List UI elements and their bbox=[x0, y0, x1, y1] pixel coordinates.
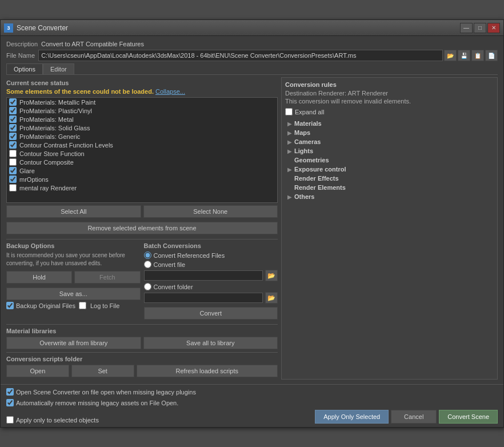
tab-editor[interactable]: Editor bbox=[43, 63, 74, 74]
convert-folder-input[interactable] bbox=[144, 293, 263, 303]
minimize-button[interactable]: — bbox=[460, 23, 473, 33]
list-item[interactable]: Glare bbox=[7, 166, 277, 175]
title-bar: 3 Scene Converter — □ ✕ bbox=[1, 20, 503, 36]
overwrite-all-button[interactable]: Overwrite all from library bbox=[6, 337, 141, 349]
folder-open-icon[interactable]: 📂 bbox=[444, 50, 457, 61]
tab-options[interactable]: Options bbox=[6, 63, 43, 74]
tree-item-materials[interactable]: ▶ Materials bbox=[285, 119, 494, 128]
tree-item-exposure[interactable]: ▶ Exposure control bbox=[285, 165, 494, 174]
backup-original-checkbox[interactable] bbox=[6, 302, 14, 309]
list-item[interactable]: mental ray Renderer bbox=[7, 183, 277, 192]
description-value: Convert to ART Compatible Features bbox=[41, 41, 144, 47]
select-none-button[interactable]: Select None bbox=[143, 205, 278, 218]
remove-selected-button[interactable]: Remove selected elements from scene bbox=[6, 222, 278, 234]
save-as-icon[interactable]: 📋 bbox=[471, 50, 484, 61]
tree-item-lights[interactable]: ▶ Lights bbox=[285, 146, 494, 155]
convert-button[interactable]: Convert bbox=[144, 307, 278, 320]
expand-all-label: Expand all bbox=[295, 109, 324, 115]
open-button[interactable]: Open bbox=[6, 365, 69, 377]
select-buttons-row: Select All Select None bbox=[6, 205, 278, 218]
expand-all-checkbox[interactable] bbox=[285, 108, 293, 115]
main-layout: Current scene status Some elements of th… bbox=[6, 77, 498, 380]
convert-file-input[interactable] bbox=[144, 270, 263, 281]
convert-scene-button[interactable]: Convert Scene bbox=[439, 410, 498, 424]
tree-label: Materials bbox=[294, 120, 322, 127]
tree-item-geometries[interactable]: ▶ Geometries bbox=[285, 155, 494, 165]
tree-label: Render Elements bbox=[294, 184, 346, 191]
refresh-loaded-button[interactable]: Refresh loaded scripts bbox=[137, 365, 278, 377]
tab-bar: Options Editor bbox=[6, 63, 498, 75]
list-item[interactable]: Contour Contrast Function Levels bbox=[7, 141, 277, 149]
convert-folder-input-row: 📂 bbox=[144, 292, 278, 304]
file-icon[interactable]: 📄 bbox=[485, 50, 498, 61]
batch-conversions-title: Batch Conversions bbox=[144, 242, 278, 249]
tree-label: Exposure control bbox=[294, 166, 346, 173]
chevron-right-icon: ▶ bbox=[287, 194, 292, 200]
save-all-button[interactable]: Save all to library bbox=[143, 337, 278, 349]
scene-elements-list[interactable]: ProMaterials: Metallic Paint ProMaterial… bbox=[6, 97, 278, 203]
convert-referenced-label: Convert Referenced Files bbox=[154, 252, 225, 259]
apply-only-selected-button[interactable]: Apply Only Selected bbox=[315, 410, 389, 424]
list-item[interactable]: ProMaterials: Generic bbox=[7, 132, 277, 141]
conversion-scripts-section: Conversion scripts folder Open Set Refre… bbox=[6, 356, 278, 377]
expand-all-row: Expand all bbox=[285, 108, 494, 115]
list-item[interactable]: ProMaterials: Solid Glass bbox=[7, 123, 277, 132]
open-on-missing-plugins-checkbox[interactable] bbox=[6, 388, 14, 396]
save-as-button[interactable]: Save as... bbox=[6, 288, 141, 300]
destination-renderer-text: Destination Renderer: ART Renderer bbox=[285, 90, 494, 97]
collapse-link[interactable]: Collapse... bbox=[155, 88, 185, 95]
tree-item-maps[interactable]: ▶ Maps bbox=[285, 128, 494, 137]
log-to-file-checkbox[interactable] bbox=[79, 302, 86, 309]
list-item[interactable]: ProMaterials: Plastic/Vinyl bbox=[7, 106, 277, 115]
convert-file-radio[interactable] bbox=[144, 261, 151, 268]
bottom-buttons-row: Apply only to selected objects Apply Onl… bbox=[6, 410, 498, 424]
material-libraries-title: Material libraries bbox=[6, 328, 278, 334]
bottom-bar: Open Scene Converter on file open when m… bbox=[1, 384, 503, 427]
save-icon[interactable]: 💾 bbox=[458, 50, 470, 61]
auto-remove-missing-label: Automatically remove missing legacy asse… bbox=[16, 400, 178, 406]
title-bar-buttons: — □ ✕ bbox=[460, 23, 500, 33]
close-button[interactable]: ✕ bbox=[487, 23, 500, 33]
convert-referenced-radio[interactable] bbox=[144, 252, 151, 259]
filename-label: File Name bbox=[6, 52, 35, 59]
convert-file-row: Convert file bbox=[144, 261, 278, 268]
filename-input[interactable] bbox=[38, 50, 443, 61]
list-item[interactable]: ProMaterials: Metallic Paint bbox=[7, 98, 277, 106]
apply-objects-checkbox[interactable] bbox=[6, 416, 14, 424]
list-item[interactable]: ProMaterials: Metal bbox=[7, 115, 277, 123]
action-buttons: Apply Only Selected Cancel Convert Scene bbox=[315, 410, 498, 424]
tree-item-others[interactable]: ▶ Others bbox=[285, 192, 494, 201]
material-libraries-section: Material libraries Overwrite all from li… bbox=[6, 328, 278, 349]
convert-folder-browse-icon[interactable]: 📂 bbox=[265, 292, 278, 304]
list-item[interactable]: Contour Store Function bbox=[7, 149, 277, 158]
tree-item-cameras[interactable]: ▶ Cameras bbox=[285, 137, 494, 146]
tree-item-render-effects[interactable]: ▶ Render Effects bbox=[285, 174, 494, 183]
tree-item-render-elements[interactable]: ▶ Render Elements bbox=[285, 183, 494, 192]
convert-folder-radio[interactable] bbox=[144, 283, 151, 290]
tree-label: Cameras bbox=[294, 138, 321, 145]
chevron-right-icon: ▶ bbox=[287, 121, 292, 127]
hold-fetch-row: Hold Fetch bbox=[6, 271, 141, 284]
auto-remove-missing-row: Automatically remove missing legacy asse… bbox=[6, 399, 498, 406]
fetch-button[interactable]: Fetch bbox=[74, 271, 140, 284]
list-item[interactable]: Contour Composite bbox=[7, 158, 277, 166]
backup-original-row: Backup Original Files Log to File bbox=[6, 302, 141, 309]
tree-label: Geometries bbox=[294, 157, 329, 163]
convert-referenced-row: Convert Referenced Files bbox=[144, 252, 278, 259]
select-all-button[interactable]: Select All bbox=[6, 205, 141, 218]
tree-label: Maps bbox=[294, 129, 310, 136]
set-button[interactable]: Set bbox=[71, 365, 134, 377]
convert-file-browse-icon[interactable]: 📂 bbox=[265, 270, 278, 281]
conversion-info-text: This conversion will remove invalid elem… bbox=[285, 98, 494, 105]
maximize-button[interactable]: □ bbox=[474, 23, 486, 33]
chevron-right-icon: ▶ bbox=[287, 139, 292, 145]
list-item[interactable]: mrOptions bbox=[7, 175, 277, 183]
scripts-buttons-row: Open Set Refresh loaded scripts bbox=[6, 365, 278, 377]
auto-remove-missing-checkbox[interactable] bbox=[6, 399, 14, 406]
hold-button[interactable]: Hold bbox=[6, 271, 72, 284]
cancel-button[interactable]: Cancel bbox=[391, 410, 437, 424]
backup-options-title: Backup Options bbox=[6, 242, 141, 249]
tree-label: Others bbox=[294, 193, 314, 200]
convert-file-label: Convert file bbox=[154, 261, 186, 268]
open-on-missing-plugins-label: Open Scene Converter on file open when m… bbox=[16, 389, 196, 396]
